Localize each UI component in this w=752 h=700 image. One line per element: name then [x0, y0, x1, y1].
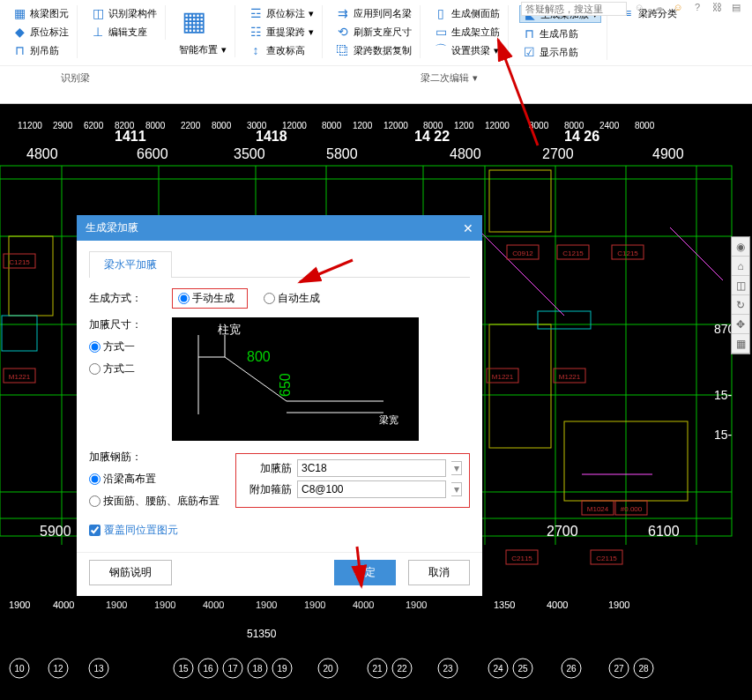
svg-text:21: 21: [372, 664, 383, 674]
svg-text:C2115: C2115: [511, 555, 532, 562]
btn-inplace-label[interactable]: ☲原位标注 ▾: [246, 5, 316, 21]
svg-text:6100: 6100: [648, 524, 680, 539]
search-input[interactable]: [521, 2, 627, 16]
grid-icon: ▦: [176, 5, 212, 41]
tool-zoom[interactable]: ▦: [732, 334, 749, 354]
checkbox-icon: ☑: [522, 45, 536, 59]
hanger2-icon: ⊓: [522, 26, 536, 41]
btn-gen-framerebar[interactable]: ▭生成架立筋: [431, 24, 503, 40]
dialog-title-text: 生成梁加腋: [86, 220, 138, 235]
svg-text:28: 28: [638, 664, 649, 674]
btn-recognize-beam[interactable]: ◫识别梁构件: [88, 5, 160, 21]
btn-re-span[interactable]: ☷重提梁跨 ▾: [246, 24, 316, 40]
radio-along-height[interactable]: 沿梁高布置: [89, 472, 220, 487]
svg-rect-19: [9, 236, 53, 316]
svg-text:1350: 1350: [494, 599, 515, 610]
bell-icon[interactable]: ☁: [651, 2, 666, 16]
svg-text:15: 15: [178, 664, 189, 674]
radio-mode1[interactable]: 方式一: [89, 339, 156, 354]
book-icon[interactable]: ▤: [729, 2, 743, 16]
svg-text:8000: 8000: [212, 121, 232, 130]
svg-text:24: 24: [493, 664, 503, 674]
tool-home[interactable]: ⌂: [732, 257, 749, 276]
tool-cube[interactable]: ◫: [732, 276, 749, 295]
svg-text:4000: 4000: [547, 599, 568, 610]
svg-text:1900: 1900: [154, 599, 175, 610]
svg-text:27: 27: [614, 664, 624, 674]
svg-text:10: 10: [14, 664, 25, 674]
hanger-icon: ⊓: [12, 43, 26, 57]
radio-mode2[interactable]: 方式二: [89, 361, 156, 376]
dropdown-haunch-bar[interactable]: ▾: [451, 461, 462, 475]
btn-check-beam-elem[interactable]: ▦核梁图元: [10, 5, 71, 21]
close-icon[interactable]: ✕: [463, 221, 473, 235]
recognize-icon: ◫: [91, 6, 105, 20]
svg-text:1900: 1900: [304, 599, 325, 610]
chat-icon[interactable]: ☺: [671, 2, 685, 16]
shirt-icon[interactable]: ⛓: [710, 2, 724, 16]
tool-refresh[interactable]: ↻: [732, 295, 749, 315]
checkbox-overwrite-label: 覆盖同位置图元: [104, 523, 178, 538]
svg-text:12000: 12000: [485, 121, 510, 130]
user-icon[interactable]: ☺: [632, 2, 646, 16]
svg-text:4000: 4000: [353, 599, 374, 610]
check-icon: ▦: [12, 6, 26, 20]
input-haunch-bar[interactable]: [297, 459, 446, 477]
radio-manual[interactable]: 手动生成: [172, 288, 248, 309]
radio-by-faces[interactable]: 按面筋、腰筋、底筋布置: [89, 494, 220, 509]
btn-rebar-explain[interactable]: 钢筋说明: [89, 560, 172, 585]
svg-text:51350: 51350: [247, 628, 277, 640]
svg-text:20: 20: [323, 664, 333, 674]
btn-rec-hanger[interactable]: ⊓别吊筋: [10, 42, 71, 58]
tab-horizontal-haunch[interactable]: 梁水平加腋: [89, 251, 172, 278]
svg-text:1900: 1900: [256, 599, 277, 610]
label-rebar: 加腋钢筋：: [89, 450, 156, 465]
label-extra-stirrup: 附加箍筋: [243, 482, 292, 497]
svg-text:23: 23: [443, 664, 453, 674]
tool-globe[interactable]: ◉: [732, 237, 749, 257]
btn-copy-span[interactable]: ⿻梁跨数据复制: [333, 42, 414, 58]
svg-text:13: 13: [93, 664, 104, 674]
btn-smart-layout[interactable]: 智能布置 ▾: [176, 42, 229, 57]
frame-icon: ▭: [434, 25, 448, 39]
ribbon-toolbar: ▦核梁图元 ◆原位标注 ⊓别吊筋 ◫识别梁构件 ⊥编辑支座 ▦ 智能布置 ▾ ☲…: [0, 0, 752, 104]
svg-text:#0.000: #0.000: [621, 505, 643, 513]
btn-gen-siderebar[interactable]: ▯生成侧面筋: [431, 5, 503, 21]
svg-text:14 22: 14 22: [414, 129, 450, 144]
tool-pan[interactable]: ✥: [732, 315, 749, 334]
btn-ok[interactable]: 确定: [334, 560, 396, 585]
svg-text:1200: 1200: [454, 121, 474, 130]
btn-edit-support[interactable]: ⊥编辑支座: [88, 24, 160, 40]
radio-auto[interactable]: 自动生成: [264, 291, 320, 306]
btn-gen-hanger[interactable]: ⊓生成吊筋: [519, 26, 601, 41]
label-gen-mode: 生成方式：: [89, 291, 156, 306]
svg-text:1418: 1418: [256, 129, 287, 144]
svg-rect-20: [2, 316, 37, 351]
section-secondary-edit[interactable]: 梁二次编辑 ▾: [151, 68, 748, 88]
svg-text:M1221: M1221: [559, 373, 581, 381]
dropdown-extra-stirrup[interactable]: ▾: [451, 482, 462, 496]
btn-edit-elev[interactable]: ↕查改标高: [246, 42, 316, 58]
help-icon[interactable]: ?: [690, 2, 704, 16]
svg-line-22: [476, 227, 564, 316]
svg-text:1411: 1411: [115, 129, 146, 144]
svg-text:26: 26: [566, 664, 577, 674]
btn-cancel[interactable]: 取消: [408, 560, 470, 585]
support-icon: ⊥: [91, 25, 105, 39]
checkbox-overwrite[interactable]: [89, 525, 101, 536]
svg-text:3000: 3000: [529, 121, 549, 130]
btn-show-hanger[interactable]: ☑显示吊筋: [519, 44, 601, 60]
svg-text:4000: 4000: [203, 599, 224, 610]
svg-text:5900: 5900: [40, 524, 71, 539]
svg-rect-21: [538, 311, 591, 329]
svg-text:C0912: C0912: [512, 249, 533, 257]
btn-orig-label[interactable]: ◆原位标注: [10, 24, 71, 40]
btn-set-arch[interactable]: ⌒设置拱梁 ▾: [431, 42, 503, 58]
svg-text:M1221: M1221: [492, 373, 514, 381]
svg-text:1900: 1900: [608, 599, 629, 610]
btn-refresh-support[interactable]: ⟲刷新支座尺寸: [333, 24, 414, 40]
arch-icon: ⌒: [434, 43, 448, 57]
input-extra-stirrup[interactable]: [297, 480, 446, 498]
dialog-titlebar[interactable]: 生成梁加腋 ✕: [77, 215, 482, 241]
btn-apply-samename[interactable]: ⇉应用到同名梁: [333, 5, 414, 21]
